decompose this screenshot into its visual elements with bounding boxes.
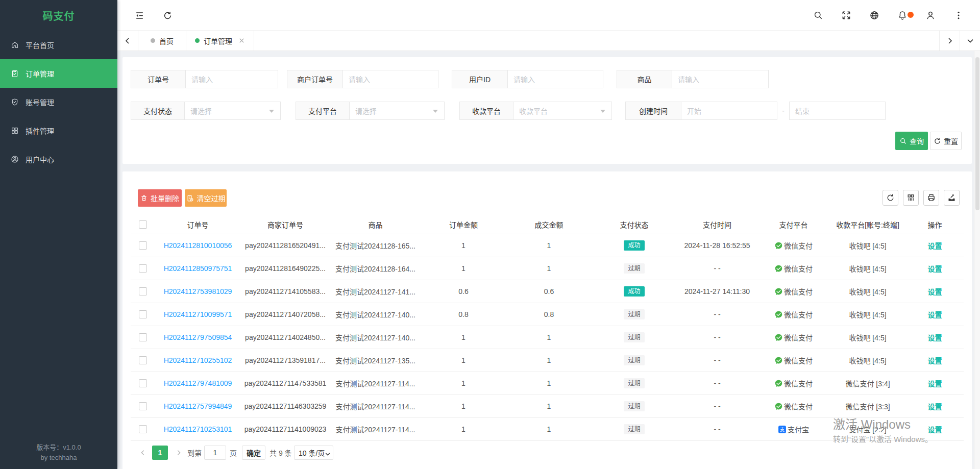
settings-link[interactable]: 设置 [928, 240, 942, 251]
sidebar-item-平台首页[interactable]: 平台首页 [0, 31, 117, 59]
trash-icon [140, 194, 151, 202]
clear-expired-button[interactable]: 清空过期 [185, 189, 227, 207]
row-checkbox[interactable] [139, 287, 147, 295]
row-checkbox[interactable] [139, 310, 147, 318]
filter-select-支付平台[interactable]: 请选择 [349, 102, 445, 120]
reset-icon [934, 137, 944, 145]
current-page-button[interactable]: 1 [152, 446, 168, 460]
close-icon[interactable] [238, 37, 245, 44]
select-all-checkbox[interactable] [139, 220, 147, 229]
row-cell-platform: 微信支付 [757, 240, 829, 251]
date-start-input[interactable]: 开始 [681, 102, 777, 120]
settings-link[interactable]: 设置 [928, 263, 942, 274]
filter-group-用户ID: 用户ID请输入 [452, 70, 603, 88]
settings-link[interactable]: 设置 [928, 355, 942, 365]
row-cell-action: 设置 [906, 424, 964, 434]
settings-link[interactable]: 设置 [928, 378, 942, 388]
tabs-scroll-right-button[interactable] [939, 31, 960, 51]
settings-link[interactable]: 设置 [928, 332, 942, 342]
table-export-button[interactable] [944, 190, 960, 206]
wechat-icon [774, 310, 784, 319]
row-checkbox[interactable] [139, 241, 147, 250]
order-no-link[interactable]: H2024112850975751 [164, 264, 232, 273]
notification-dot [908, 12, 914, 18]
sidebar-item-插件管理[interactable]: 插件管理 [0, 116, 117, 145]
settings-link[interactable]: 设置 [928, 401, 942, 411]
row-checkbox[interactable] [139, 333, 147, 341]
settings-link[interactable]: 设置 [928, 424, 942, 434]
row-cell-pay-time: - - [677, 379, 757, 387]
order-no-link[interactable]: H2024112710099571 [164, 310, 232, 318]
fullscreen-button[interactable] [832, 0, 860, 31]
table-refresh-button[interactable] [883, 190, 898, 206]
tabs-menu-button[interactable] [960, 31, 980, 51]
table-row: H2024112850975751pay2024112816490225...支… [131, 257, 964, 280]
page-number-input[interactable]: 1 [204, 446, 226, 460]
row-cell-checkbox [131, 241, 155, 250]
row-checkbox[interactable] [139, 379, 147, 387]
platform-label: 微信支付 [784, 286, 813, 297]
header-cell: 收款平台[账号:终端] [829, 219, 906, 230]
user-profile-button[interactable] [916, 0, 944, 31]
tab-订单管理[interactable]: 订单管理 [186, 31, 254, 51]
global-search-button[interactable] [804, 0, 832, 31]
row-cell-merchant-no: pay2024112714072058... [240, 310, 330, 318]
chevron-right-icon [175, 449, 182, 456]
tab-dot [195, 38, 200, 43]
filter-select-收款平台[interactable]: 收款平台 [513, 102, 612, 120]
header-cell-label: 操作 [928, 219, 942, 230]
page-size-select[interactable]: 10 条/页 [294, 446, 333, 460]
order-no-link[interactable]: H2024112710253101 [164, 425, 232, 433]
row-checkbox[interactable] [139, 264, 147, 273]
filter-input-用户ID[interactable]: 请输入 [507, 70, 603, 88]
row-checkbox[interactable] [139, 356, 147, 364]
batch-delete-button[interactable]: 批量删除 [138, 189, 182, 207]
filter-select-支付状态[interactable]: 请选择 [184, 102, 281, 120]
row-checkbox[interactable] [139, 402, 147, 410]
filter-label: 商品 [617, 70, 672, 88]
row-cell-checkbox [131, 379, 155, 387]
row-cell-paid-amount: 0.8 [506, 310, 592, 318]
table-card: 批量删除 清空过期 订单号商家订单号商品订单金额成交金额支付状态支付时间支付平台… [122, 171, 972, 469]
filter-label: 支付状态 [131, 102, 184, 120]
row-cell-platform: 微信支付 [757, 355, 829, 365]
row-cell-product: 支付测试20241128-164... [330, 263, 421, 274]
order-no-link[interactable]: H2024112710255102 [164, 356, 232, 364]
row-cell-checkbox [131, 356, 155, 364]
filter-input-订单号[interactable]: 请输入 [185, 70, 278, 88]
table-columns-button[interactable] [903, 190, 919, 206]
sidebar-item-用户中心[interactable]: 用户中心 [0, 145, 117, 174]
settings-link[interactable]: 设置 [928, 286, 942, 297]
language-button[interactable] [860, 0, 888, 31]
order-no-link[interactable]: H2024112797509854 [164, 333, 232, 341]
reset-button[interactable]: 重置 [930, 132, 962, 150]
collapse-sidebar-button[interactable] [129, 0, 150, 31]
refresh-page-button[interactable] [157, 0, 178, 31]
scrollbar-thumb[interactable] [975, 57, 979, 210]
notifications-button[interactable] [888, 0, 916, 31]
tab-首页[interactable]: 首页 [138, 31, 186, 51]
table-print-button[interactable] [923, 190, 939, 206]
header-cell-label: 支付平台 [779, 219, 808, 230]
filter-input-商户订单号[interactable]: 请输入 [342, 70, 438, 88]
sidebar-item-账号管理[interactable]: 账号管理 [0, 88, 117, 116]
more-menu-button[interactable] [944, 0, 972, 31]
prev-page-button[interactable] [138, 446, 148, 460]
date-end-input[interactable]: 结束 [789, 102, 886, 120]
settings-link[interactable]: 设置 [928, 309, 942, 319]
row-cell-amount: 1 [421, 264, 506, 273]
filter-input-商品[interactable]: 请输入 [672, 70, 769, 88]
order-no-link[interactable]: H2024112757994849 [164, 402, 232, 410]
confirm-page-button[interactable]: 确定 [242, 446, 265, 460]
platform-label: 微信支付 [784, 240, 813, 251]
search-button[interactable]: 查询 [895, 132, 928, 150]
order-no-link[interactable]: H2024112753981029 [164, 287, 232, 295]
row-checkbox[interactable] [139, 425, 147, 433]
row-cell-pay-time: - - [677, 310, 757, 318]
sidebar-item-订单管理[interactable]: 订单管理 [0, 59, 117, 88]
tabs-scroll-left-button[interactable] [117, 31, 138, 51]
order-no-link[interactable]: H2024112797481009 [164, 379, 232, 387]
order-no-link[interactable]: H2024112810010056 [164, 241, 232, 250]
next-page-button[interactable] [174, 446, 184, 460]
page-scrollbar[interactable] [974, 51, 980, 469]
